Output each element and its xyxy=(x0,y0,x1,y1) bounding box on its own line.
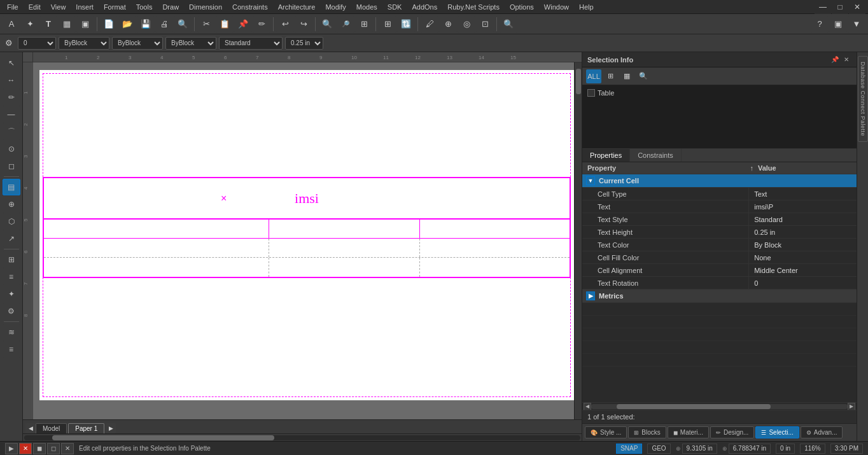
materials-tab-button[interactable]: ◼ Materi... xyxy=(668,426,709,438)
snap-indicator[interactable]: SNAP xyxy=(616,444,642,454)
prop-value-text-style[interactable]: Standard xyxy=(749,213,857,225)
properties-tab[interactable]: Properties xyxy=(582,149,630,162)
zoom-out-button[interactable]: 🔎 xyxy=(337,16,354,32)
circle-tool-button[interactable]: ⊙ xyxy=(3,141,20,157)
paste-button[interactable]: 📌 xyxy=(234,16,252,32)
menu-item-view[interactable]: View xyxy=(46,2,71,12)
prop-value-cell-fill-color[interactable]: None xyxy=(749,251,857,263)
prop-value-text[interactable]: imsi\P xyxy=(749,200,857,213)
table-tool-button[interactable]: ▦ xyxy=(58,16,76,32)
minimize-button[interactable]: — xyxy=(815,0,831,14)
menu-item-options[interactable]: Options xyxy=(505,2,538,12)
bottom-btn-1[interactable]: ▶ xyxy=(5,443,18,454)
menu-item-file[interactable]: File xyxy=(3,2,23,12)
prop-value-text-color[interactable]: By Block xyxy=(749,239,857,251)
menu-item-format[interactable]: Format xyxy=(99,2,130,12)
rect-button[interactable]: ◻ xyxy=(3,158,20,174)
style-tab-button[interactable]: 🎨 Style ... xyxy=(585,426,627,438)
scroll-left-panel-button[interactable]: ◀ xyxy=(584,403,591,410)
panel-scrollbar[interactable]: ◀ ▶ xyxy=(582,402,857,410)
tree-checkbox[interactable] xyxy=(587,89,595,97)
menu-item-modify[interactable]: Modify xyxy=(321,2,350,12)
tree-item-table[interactable]: Table xyxy=(585,88,854,98)
close-button[interactable]: ✕ xyxy=(849,0,865,14)
menu-item-modes[interactable]: Modes xyxy=(352,2,382,12)
hatch-button[interactable]: ▤ xyxy=(3,179,20,195)
copy-button[interactable]: 📋 xyxy=(216,16,234,32)
format-paint-button[interactable]: ✏ xyxy=(253,16,270,32)
dimension-button[interactable]: ⊞ xyxy=(3,251,20,268)
bottom-btn-3[interactable]: ◼ xyxy=(33,443,46,454)
panel-close-button[interactable]: ✕ xyxy=(841,55,851,65)
design-tab-button[interactable]: ✏ Design... xyxy=(710,426,754,438)
undo-button[interactable]: ↩ xyxy=(276,16,294,32)
redo-button[interactable]: ↪ xyxy=(295,16,312,32)
star-tool-button[interactable]: ✦ xyxy=(21,16,39,32)
menu-item-help[interactable]: Help xyxy=(575,2,598,12)
drawing-canvas[interactable]: imsi × xyxy=(33,62,582,419)
horizontal-scrollbar[interactable] xyxy=(23,433,582,441)
canvas-table[interactable]: imsi × xyxy=(43,177,571,278)
bottom-btn-5[interactable]: ✕ xyxy=(61,443,74,454)
prop-value-cell-alignment[interactable]: Middle Center xyxy=(749,264,857,276)
preview-button[interactable]: 🔍 xyxy=(174,16,192,32)
menu-item-rubynet[interactable]: Ruby.Net Scripts xyxy=(443,2,504,12)
pen-button[interactable]: 🖊 xyxy=(421,16,438,32)
search-panel-button[interactable]: 🔍 xyxy=(636,69,651,83)
scrollbar-thumb[interactable] xyxy=(576,69,581,94)
snap-button[interactable]: 🔃 xyxy=(397,16,415,32)
prop-value-text-height[interactable]: 0.25 in xyxy=(749,226,857,238)
selection-tab-button[interactable]: ☰ Selecti... xyxy=(755,426,799,438)
blocks-tab-button[interactable]: ⊞ Blocks xyxy=(628,426,666,438)
bottom-btn-4[interactable]: ◻ xyxy=(47,443,60,454)
panel-pin-button[interactable]: 📌 xyxy=(830,55,840,65)
dropdown-button[interactable]: ▼ xyxy=(848,16,865,32)
layer-button[interactable]: ⚙ xyxy=(3,35,15,52)
circle-button[interactable]: ◎ xyxy=(458,16,475,32)
filter-button[interactable]: ⊞ xyxy=(603,69,618,83)
scroll-right-button[interactable]: ▶ xyxy=(106,423,116,433)
zoom-fit-button[interactable]: ⊞ xyxy=(355,16,373,32)
draw-button[interactable]: ✏ xyxy=(3,89,20,106)
grid-button[interactable]: ⊞ xyxy=(379,16,396,32)
polygon-button[interactable]: ⬡ xyxy=(3,213,20,230)
section-collapse-icon[interactable]: ▼ xyxy=(586,176,595,185)
open-button[interactable]: 📂 xyxy=(118,16,136,32)
style-select[interactable]: Standard xyxy=(219,37,283,50)
vertical-scrollbar[interactable] xyxy=(574,62,582,419)
table-cell-2-1[interactable] xyxy=(44,239,269,257)
panel-toggle-button[interactable]: ≋ xyxy=(3,324,20,340)
block-insert-button[interactable]: ✦ xyxy=(3,286,20,302)
settings-lt-button[interactable]: ⚙ xyxy=(3,303,20,319)
line-button[interactable]: — xyxy=(3,106,20,123)
select-button[interactable]: ⊡ xyxy=(476,16,494,32)
constraints-tab[interactable]: Constraints xyxy=(630,149,682,162)
metrics-collapse-icon[interactable]: ▶ xyxy=(586,291,595,300)
table-cell-3-3[interactable] xyxy=(420,258,570,277)
grid-view-button[interactable]: ▦ xyxy=(619,69,634,83)
height-select[interactable]: 0.25 in xyxy=(285,37,323,50)
save-button[interactable]: 💾 xyxy=(137,16,155,32)
model-tab[interactable]: Model xyxy=(36,423,67,433)
print-button[interactable]: 🖨 xyxy=(155,16,173,32)
point-button[interactable]: ⊕ xyxy=(3,196,20,213)
panel-scroll-thumb[interactable] xyxy=(617,404,771,409)
menu-item-draw[interactable]: Draw xyxy=(158,2,183,12)
cut-button[interactable]: ✂ xyxy=(197,16,215,32)
view-toggle-button[interactable]: ▣ xyxy=(829,16,847,32)
new-button[interactable]: 📄 xyxy=(100,16,118,32)
arc-button[interactable]: ⌒ xyxy=(3,123,20,140)
geo-indicator[interactable]: GEO xyxy=(647,444,670,454)
table-cell-3-2[interactable] xyxy=(269,258,419,277)
zoom-in-button[interactable]: 🔍 xyxy=(318,16,336,32)
table-cell-1-2[interactable] xyxy=(269,220,419,238)
search-button[interactable]: 🔍 xyxy=(500,16,517,32)
color-select[interactable]: ByBlock xyxy=(59,37,109,50)
metrics-section[interactable]: ▶ Metrics xyxy=(582,290,857,303)
spline-button[interactable]: ↗ xyxy=(3,230,20,247)
table-cell-3-1[interactable] xyxy=(44,258,269,277)
menu-item-edit[interactable]: Edit xyxy=(24,2,45,12)
scroll-left-button[interactable]: ◀ xyxy=(25,423,36,433)
help-button[interactable]: ? xyxy=(811,16,829,32)
h-scroll-thumb[interactable] xyxy=(52,435,275,440)
